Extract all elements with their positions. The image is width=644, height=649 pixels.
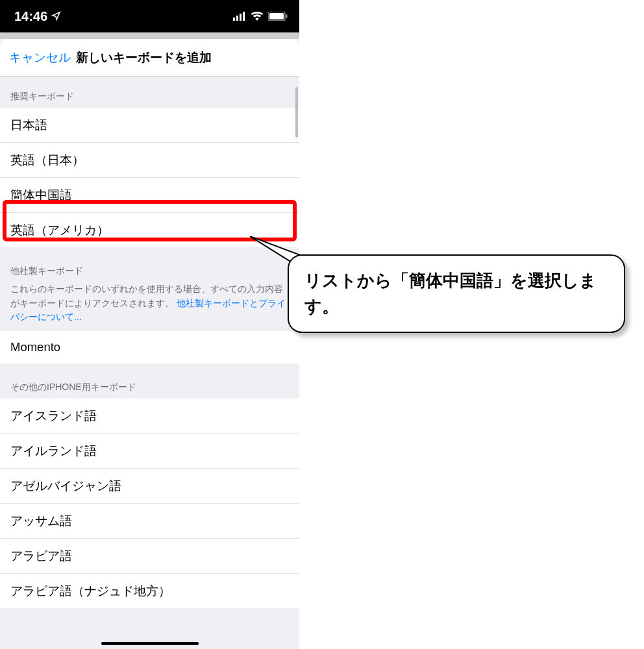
section-header-recommended: 推奨キーボード [0, 77, 299, 108]
keyboard-row-simplified-chinese[interactable]: 簡体中国語 [0, 178, 299, 213]
keyboard-row-icelandic[interactable]: アイスランド語 [0, 398, 299, 434]
svg-rect-3 [243, 12, 245, 21]
location-arrow-icon [51, 9, 61, 24]
battery-icon [268, 12, 288, 21]
keyboard-row-momento[interactable]: Momento [0, 331, 299, 363]
cellular-signal-icon [233, 12, 246, 21]
keyboard-row-assamese[interactable]: アッサム語 [0, 504, 299, 539]
annotation-callout: リストから「簡体中国語」を選択します。 [288, 254, 625, 333]
cancel-button[interactable]: キャンセル [9, 49, 71, 66]
status-right [233, 12, 288, 21]
keyboard-row-arabic[interactable]: アラビア語 [0, 539, 299, 574]
svg-rect-0 [233, 18, 235, 21]
svg-rect-2 [240, 14, 242, 21]
svg-rect-6 [286, 14, 288, 18]
svg-rect-1 [236, 16, 238, 21]
status-time: 14:46 [14, 9, 47, 24]
keyboard-row-azerbaijani[interactable]: アゼルバイジャン語 [0, 469, 299, 504]
keyboard-row-arabic-najdi[interactable]: アラビア語（ナジュド地方） [0, 574, 299, 608]
keyboard-row-japanese[interactable]: 日本語 [0, 108, 299, 143]
section-header-other: その他のIPHONE用キーボード [0, 363, 299, 398]
section-subtext-thirdparty: これらのキーボードのいずれかを使用する場合、すべての入力内容がキーボードによりア… [0, 282, 299, 331]
nav-bar: キャンセル 新しいキーボードを追加 [0, 39, 299, 77]
wifi-icon [251, 12, 264, 21]
phone-frame: 14:46 [0, 0, 299, 649]
callout-text: リストから「簡体中国語」を選択します。 [304, 271, 597, 316]
svg-rect-5 [269, 13, 284, 19]
scroll-indicator[interactable] [295, 87, 298, 138]
status-left: 14:46 [14, 9, 61, 24]
sheet-background-peek [0, 32, 299, 39]
home-indicator[interactable] [101, 642, 199, 645]
keyboard-row-english-japan[interactable]: 英語（日本） [0, 143, 299, 178]
callout-bubble: リストから「簡体中国語」を選択します。 [288, 254, 625, 333]
page-title: 新しいキーボードを追加 [76, 49, 212, 66]
keyboard-row-irish[interactable]: アイルランド語 [0, 434, 299, 469]
status-bar: 14:46 [0, 0, 299, 32]
